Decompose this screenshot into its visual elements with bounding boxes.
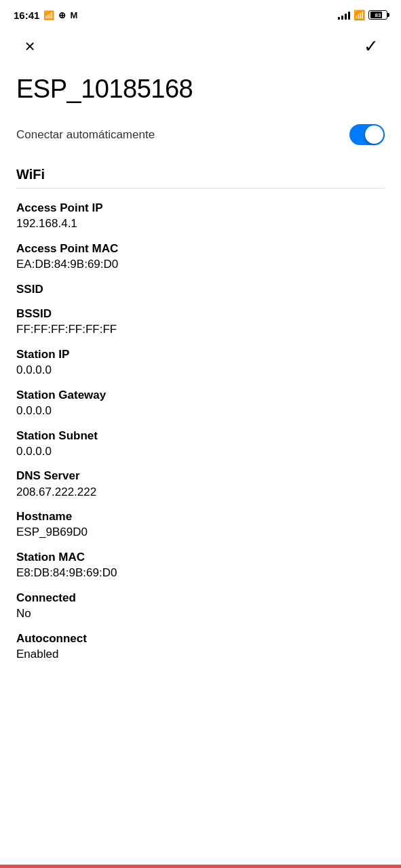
- info-value: ESP_9B69D0: [16, 524, 385, 540]
- toggle-knob: [365, 125, 383, 144]
- bottom-bar: [0, 865, 401, 868]
- wifi-icon: 📶: [354, 9, 365, 20]
- info-value: 0.0.0.0: [16, 403, 385, 419]
- info-value: E8:DB:84:9B:69:D0: [16, 565, 385, 581]
- time-display: 16:41: [14, 9, 39, 21]
- wifi-section-heading: WiFi: [0, 156, 401, 188]
- info-row: DNS Server208.67.222.222: [16, 462, 385, 502]
- section-divider: [16, 188, 385, 189]
- info-label: Access Point MAC: [16, 241, 385, 256]
- status-bar: 16:41 📶 ⊕ M 📶 83: [0, 0, 401, 27]
- info-row: AutoconnectEnabled: [16, 625, 385, 665]
- info-value: 192.168.4.1: [16, 216, 385, 232]
- info-row: HostnameESP_9B69D0: [16, 502, 385, 543]
- info-value: FF:FF:FF:FF:FF:FF: [16, 321, 385, 338]
- page-title: ESP_10185168: [16, 75, 385, 104]
- info-label: BSSID: [16, 307, 385, 321]
- info-label: Connected: [16, 591, 385, 606]
- autoconnect-label: Conectar automáticamente: [16, 128, 155, 142]
- info-label: Access Point IP: [16, 201, 385, 216]
- info-row: Access Point IP192.168.4.1: [16, 194, 385, 235]
- info-label: Station MAC: [16, 550, 385, 565]
- autoconnect-toggle[interactable]: [349, 124, 385, 145]
- wifi-info-list: Access Point IP192.168.4.1Access Point M…: [0, 191, 401, 668]
- info-label: Station IP: [16, 347, 385, 362]
- close-button[interactable]: ×: [16, 33, 43, 60]
- top-nav: × ✓: [0, 27, 401, 68]
- info-label: Station Gateway: [16, 388, 385, 403]
- info-label: SSID: [16, 282, 385, 297]
- info-value: No: [16, 606, 385, 622]
- info-row: Station IP0.0.0.0: [16, 340, 385, 381]
- confirm-button[interactable]: ✓: [358, 33, 385, 60]
- signal-icon: [338, 10, 350, 20]
- info-value: 208.67.222.222: [16, 484, 385, 500]
- page-title-container: ESP_10185168: [0, 68, 401, 117]
- info-label: DNS Server: [16, 469, 385, 484]
- info-row: ConnectedNo: [16, 584, 385, 625]
- autoconnect-row: Conectar automáticamente: [0, 117, 401, 156]
- info-label: Station Subnet: [16, 429, 385, 443]
- info-label: Autoconnect: [16, 631, 385, 646]
- info-row: Station Gateway0.0.0.0: [16, 381, 385, 422]
- status-indicators: 📶 83: [338, 9, 387, 20]
- info-value: 0.0.0.0: [16, 443, 385, 460]
- info-row: SSID: [16, 275, 385, 300]
- info-value: 0.0.0.0: [16, 362, 385, 378]
- info-value: EA:DB:84:9B:69:D0: [16, 256, 385, 273]
- info-label: Hostname: [16, 509, 385, 524]
- info-row: Station MACE8:DB:84:9B:69:D0: [16, 543, 385, 584]
- info-row: BSSIDFF:FF:FF:FF:FF:FF: [16, 300, 385, 340]
- location-icon: ⊕: [58, 10, 66, 20]
- wifi-status-icon: 📶: [43, 10, 54, 20]
- battery-icon: 83: [368, 10, 387, 20]
- info-row: Access Point MACEA:DB:84:9B:69:D0: [16, 235, 385, 275]
- info-value: Enabled: [16, 646, 385, 663]
- status-time: 16:41 📶 ⊕ M: [14, 9, 77, 21]
- mail-icon: M: [70, 10, 77, 20]
- info-row: Station Subnet0.0.0.0: [16, 422, 385, 462]
